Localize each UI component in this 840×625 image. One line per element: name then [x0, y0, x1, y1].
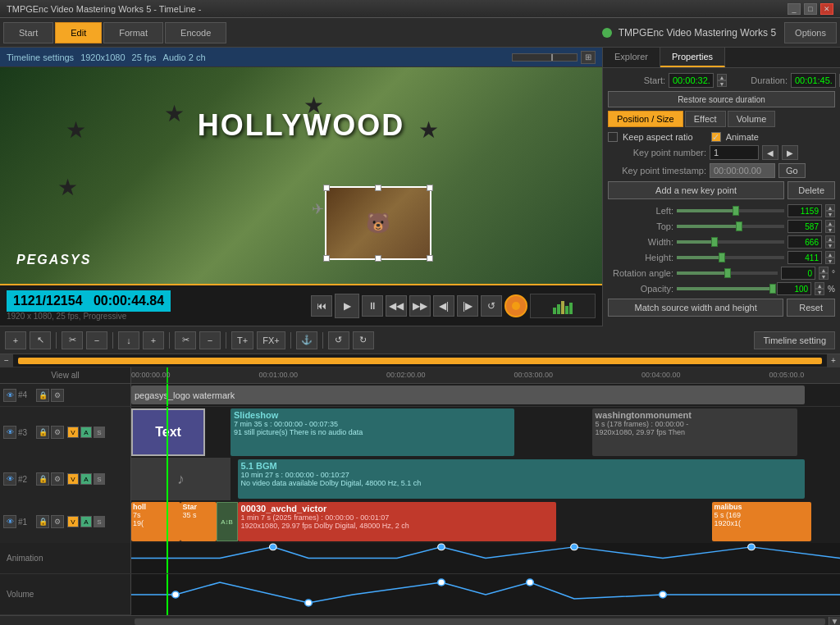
width-spin-up[interactable]: ▲ [825, 235, 835, 242]
tab-properties[interactable]: Properties [660, 48, 725, 67]
delete-keypoint-button[interactable]: Delete [788, 181, 835, 199]
top-value[interactable] [788, 220, 822, 233]
nav-encode-button[interactable]: Encode [165, 22, 226, 43]
tl-text-button[interactable]: T+ [231, 331, 253, 349]
keypoint-input[interactable] [710, 145, 759, 160]
selection-handle-bc[interactable] [375, 255, 381, 262]
track-3-settings[interactable]: ⚙ [51, 426, 64, 439]
height-slider-track[interactable] [677, 256, 784, 259]
top-spin-up[interactable]: ▲ [825, 220, 835, 226]
match-source-button[interactable]: Match source width and height [608, 299, 783, 317]
top-slider-track[interactable] [677, 225, 784, 228]
clip-pegasys-watermark[interactable]: pegasys_logo watermark [131, 385, 805, 404]
timeline-scroll-bar[interactable] [18, 358, 822, 364]
hscroll-bar[interactable] [135, 618, 825, 625]
track-1-v-btn[interactable]: V [67, 516, 79, 527]
track-2-s-btn[interactable]: S [94, 473, 105, 485]
tl-minus2-button[interactable]: − [199, 331, 221, 349]
track-2-lock[interactable]: 🔒 [36, 472, 49, 486]
top-spin-down[interactable]: ▼ [825, 226, 835, 233]
selection-handle-br[interactable] [427, 255, 433, 262]
left-spin-down[interactable]: ▼ [825, 211, 835, 217]
start-input[interactable] [669, 73, 714, 88]
sub-tab-volume[interactable]: Volume [728, 111, 776, 127]
track-2-v-btn[interactable]: V [67, 473, 79, 485]
restore-button[interactable]: Restore source duration [608, 91, 835, 107]
nav-format-button[interactable]: Format [103, 22, 163, 43]
track-4-eye[interactable]: 👁 [3, 389, 16, 402]
opacity-slider-track[interactable] [677, 287, 774, 290]
height-value[interactable] [788, 251, 822, 264]
minimize-button[interactable]: _ [788, 3, 801, 15]
record-button[interactable] [504, 294, 527, 317]
keypoint-prev-button[interactable]: ◀ [762, 145, 778, 160]
options-button[interactable]: Options [784, 22, 837, 43]
width-value[interactable] [788, 235, 822, 249]
opacity-value[interactable] [777, 282, 811, 295]
go-button[interactable]: Go [778, 163, 806, 178]
hscroll-right-btn[interactable]: ▼ [829, 617, 840, 625]
tl-down-button[interactable]: ↓ [118, 331, 139, 349]
clip-holl[interactable]: holl 7s 19( [131, 502, 180, 541]
selection-box[interactable]: 🐻 [325, 186, 431, 260]
selection-handle-tl[interactable] [323, 185, 330, 191]
left-value[interactable] [788, 204, 822, 217]
track-3-s-btn[interactable]: S [94, 427, 105, 438]
tl-anchor-button[interactable]: ⚓ [296, 331, 317, 349]
frame-back-button[interactable]: ◀| [433, 295, 454, 317]
close-button[interactable]: ✕ [820, 3, 833, 15]
rotation-value[interactable] [781, 267, 815, 280]
pause-button[interactable]: ⏸ [362, 295, 383, 317]
track-1-settings[interactable]: ⚙ [51, 515, 64, 528]
track-3-lock[interactable]: 🔒 [36, 426, 49, 439]
frame-forward-button[interactable]: |▶ [457, 295, 478, 317]
rotation-slider-track[interactable] [677, 271, 778, 275]
left-slider-track[interactable] [677, 209, 784, 212]
zoom-button[interactable]: ⊞ [581, 51, 596, 64]
step-forward-button[interactable]: ▶▶ [409, 295, 431, 317]
scroll-plus-button[interactable]: + [827, 354, 840, 367]
track-3-eye[interactable]: 👁 [3, 426, 16, 439]
keep-aspect-checkbox[interactable] [608, 132, 618, 142]
width-slider-track[interactable] [677, 240, 784, 244]
tl-undo-button[interactable]: ↺ [328, 331, 349, 349]
clip-star[interactable]: Star 35 s [180, 502, 216, 541]
selection-handle-bl[interactable] [323, 255, 330, 262]
keypoint-next-button[interactable]: ▶ [782, 145, 798, 160]
animate-checkbox[interactable]: ✓ [711, 132, 721, 142]
track-1-eye[interactable]: 👁 [3, 515, 16, 528]
maximize-button[interactable]: □ [804, 3, 817, 15]
width-spin-down[interactable]: ▼ [825, 242, 835, 249]
height-spin-up[interactable]: ▲ [825, 251, 835, 258]
play-button[interactable]: ▶ [335, 294, 359, 318]
opacity-spin-down[interactable]: ▼ [815, 289, 824, 295]
tl-add2-button[interactable]: + [143, 331, 164, 349]
tl-cut-button[interactable]: ✂ [62, 331, 83, 349]
loop-button[interactable]: ↺ [481, 295, 502, 317]
track-4-lock[interactable]: 🔒 [36, 389, 49, 402]
height-spin-down[interactable]: ▼ [825, 258, 835, 264]
tl-cut2-button[interactable]: ✂ [175, 331, 196, 349]
start-spin-down[interactable]: ▼ [717, 80, 727, 87]
keypoint-ts-input[interactable] [710, 163, 775, 178]
add-keypoint-button[interactable]: Add a new key point [608, 181, 784, 199]
nav-edit-button[interactable]: Edit [55, 22, 102, 43]
rotation-spin-down[interactable]: ▼ [819, 273, 829, 280]
opacity-spin-up[interactable]: ▲ [815, 282, 824, 289]
view-all-button[interactable]: View all [0, 367, 131, 383]
clip-slideshow[interactable]: Slideshow 7 min 35 s : 00:00:00 - 00:07:… [231, 408, 514, 456]
rewind-button[interactable]: ⏮ [311, 295, 332, 317]
reset-button[interactable]: Reset [787, 299, 835, 317]
start-spin-up[interactable]: ▲ [717, 74, 727, 80]
sub-tab-position[interactable]: Position / Size [608, 111, 683, 127]
track-1-s-btn[interactable]: S [94, 516, 105, 527]
track-2-settings[interactable]: ⚙ [51, 472, 64, 486]
track-3-v-btn[interactable]: V [67, 427, 79, 438]
selection-handle-tc[interactable] [375, 185, 381, 191]
selection-handle-tr[interactable] [427, 185, 433, 191]
tl-add-button[interactable]: + [5, 331, 26, 349]
nav-start-button[interactable]: Start [3, 22, 53, 43]
clip-washington[interactable]: washingtonmonument 5 s (178 frames) : 00… [592, 408, 798, 456]
clip-malibus[interactable]: malibus 5 s (169 1920x1( [712, 502, 811, 541]
track-2-eye[interactable]: 👁 [3, 472, 16, 486]
